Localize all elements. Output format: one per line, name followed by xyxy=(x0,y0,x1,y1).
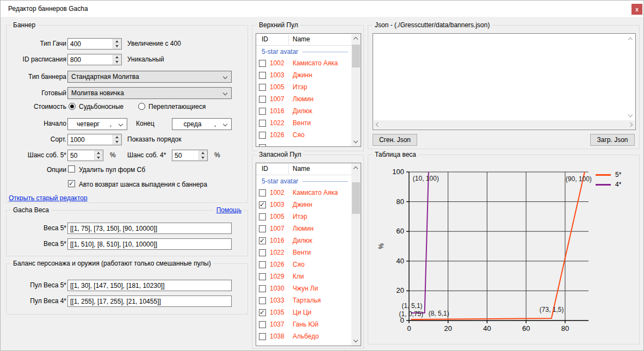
spin-up-icon[interactable] xyxy=(113,39,121,44)
start-day-select[interactable]: четверг , xyxy=(67,118,127,130)
help-link[interactable]: Помощь xyxy=(215,206,243,214)
spin-down-icon[interactable] xyxy=(113,60,121,64)
item-checkbox[interactable] xyxy=(259,189,266,196)
spin-up-icon[interactable] xyxy=(113,55,121,59)
item-checkbox[interactable] xyxy=(259,225,266,232)
list-item[interactable]: 1038 Альбедо xyxy=(256,331,351,343)
old-editor-link[interactable]: Открыть старый редактор xyxy=(9,194,88,202)
list-item[interactable]: 1002 Камисато Аяка xyxy=(256,187,351,199)
reserve-pool-scrollbar[interactable] xyxy=(351,163,361,346)
list-item[interactable]: 1035 Ци Ци xyxy=(256,307,351,319)
scroll-left-icon[interactable] xyxy=(376,122,380,127)
spin-down-icon[interactable] xyxy=(113,44,121,48)
pool-weights5-input[interactable]: [[1, 30], [147, 150], [181, 10230]] xyxy=(67,280,232,291)
item-id: 1003 xyxy=(270,71,284,79)
list-item[interactable]: 1007 Люмин xyxy=(256,94,351,106)
scroll-down-icon[interactable] xyxy=(351,137,361,146)
scroll-thumb[interactable] xyxy=(352,182,360,214)
list-item[interactable]: 1022 Венти xyxy=(256,118,351,130)
scroll-up-icon[interactable] xyxy=(351,163,361,173)
preset-select[interactable]: Молитва новичка xyxy=(67,87,232,99)
item-checkbox[interactable] xyxy=(259,273,266,280)
item-checkbox[interactable] xyxy=(259,261,266,268)
item-checkbox[interactable] xyxy=(259,108,266,115)
item-checkbox[interactable] xyxy=(259,213,266,220)
scroll-up-icon[interactable] xyxy=(351,34,361,43)
event-chance5-input[interactable]: 50 xyxy=(67,150,103,161)
remove-pool-checkbox[interactable] xyxy=(68,165,75,173)
gacha-type-input[interactable]: 400 xyxy=(67,38,122,50)
item-checkbox[interactable] xyxy=(259,132,266,139)
spinner-buttons[interactable] xyxy=(113,135,121,144)
svg-text:20: 20 xyxy=(444,324,452,332)
spinner-buttons[interactable] xyxy=(113,39,121,48)
item-checkbox[interactable] xyxy=(259,60,266,67)
weights5-row1-input[interactable]: [[1, 75], [73, 150], [90, 10000]] xyxy=(67,223,232,234)
list-item[interactable]: 1002 Камисато Аяка xyxy=(256,58,351,70)
spin-down-icon[interactable] xyxy=(199,156,207,160)
spin-up-icon[interactable] xyxy=(199,151,207,155)
item-checkbox[interactable] xyxy=(259,333,266,340)
scroll-down-icon[interactable] xyxy=(628,113,633,117)
spin-down-icon[interactable] xyxy=(94,156,102,160)
cost-radio-intertwined[interactable] xyxy=(138,103,145,110)
item-checkbox[interactable] xyxy=(259,285,266,292)
upper-pool-list[interactable]: ID Name 5-star avatar 1002 Камисато Аяка… xyxy=(256,33,361,147)
list-item[interactable]: 1003 Джинн xyxy=(256,70,351,82)
cost-radio-fate[interactable] xyxy=(69,103,76,110)
banner-type-select[interactable]: Стандартная Молитва xyxy=(67,71,232,83)
pool-weights4-input[interactable]: [[1, 255], [17, 255], [21, 10455]] xyxy=(67,295,232,307)
item-checkbox[interactable] xyxy=(259,237,266,244)
list-item[interactable]: 1033 Тарталья xyxy=(256,295,351,307)
list-item-partial[interactable] xyxy=(259,144,266,147)
list-item[interactable]: 1029 Кли xyxy=(256,271,351,283)
item-checkbox[interactable] xyxy=(259,201,266,208)
schedule-id-input[interactable]: 800 xyxy=(67,54,122,65)
list-item[interactable]: 1005 Итэр xyxy=(256,82,351,94)
spin-down-icon[interactable] xyxy=(113,140,121,144)
list-header[interactable]: ID Name xyxy=(256,163,351,175)
list-item[interactable]: 1016 Дилюк xyxy=(256,106,351,118)
auto-return-checkbox[interactable] xyxy=(68,180,75,187)
list-item[interactable]: 1037 Гань Юй xyxy=(256,319,351,331)
item-checkbox[interactable] xyxy=(259,120,266,127)
end-day-select[interactable]: среда , xyxy=(172,118,232,130)
spinner-buttons[interactable] xyxy=(113,55,121,64)
scroll-up-icon[interactable] xyxy=(628,38,633,42)
item-id: 1002 xyxy=(270,189,284,196)
sort-input[interactable]: 1000 xyxy=(67,134,122,145)
reserve-pool-list[interactable]: ID Name 5-star avatar 1002 Камисато Аяка… xyxy=(256,163,361,346)
list-header[interactable]: ID Name xyxy=(256,34,351,46)
spinner-buttons[interactable] xyxy=(94,151,102,160)
item-checkbox[interactable] xyxy=(259,72,266,79)
list-item[interactable]: 1026 Сяо xyxy=(256,130,351,141)
close-button[interactable]: x xyxy=(631,4,642,15)
item-checkbox[interactable] xyxy=(259,96,266,103)
upper-pool-scrollbar[interactable] xyxy=(351,34,361,146)
load-json-button[interactable]: Загр. Json xyxy=(590,134,635,146)
item-id: 1016 xyxy=(270,237,284,244)
list-item[interactable]: 1026 Сяо xyxy=(256,259,351,271)
spin-up-icon[interactable] xyxy=(94,151,102,155)
item-checkbox[interactable] xyxy=(259,309,266,316)
item-checkbox[interactable] xyxy=(259,297,266,304)
weights5-row2-input[interactable]: [[1, 510], [8, 510], [10, 10000]] xyxy=(67,238,232,250)
json-textarea[interactable] xyxy=(373,33,636,130)
item-checkbox[interactable] xyxy=(259,249,266,256)
list-item[interactable]: 1003 Джинн xyxy=(256,199,351,211)
spin-up-icon[interactable] xyxy=(113,135,121,139)
spinner-buttons[interactable] xyxy=(199,151,207,160)
generate-json-button[interactable]: Сген. Json xyxy=(373,134,417,146)
item-checkbox[interactable] xyxy=(259,84,266,91)
scroll-down-icon[interactable] xyxy=(351,336,361,346)
list-item[interactable]: 1030 Чжун Ли xyxy=(256,283,351,295)
item-checkbox[interactable] xyxy=(259,321,266,328)
scroll-right-icon[interactable] xyxy=(628,122,633,127)
list-item[interactable]: 1007 Люмин xyxy=(256,223,351,235)
list-item[interactable]: 1016 Дилюк xyxy=(256,235,351,247)
horizontal-scrollbar[interactable] xyxy=(374,120,635,129)
event-chance4-input[interactable]: 50 xyxy=(172,150,208,161)
scroll-thumb[interactable] xyxy=(352,45,360,67)
list-item[interactable]: 1005 Итэр xyxy=(256,211,351,223)
list-item[interactable]: 1022 Венти xyxy=(256,247,351,259)
